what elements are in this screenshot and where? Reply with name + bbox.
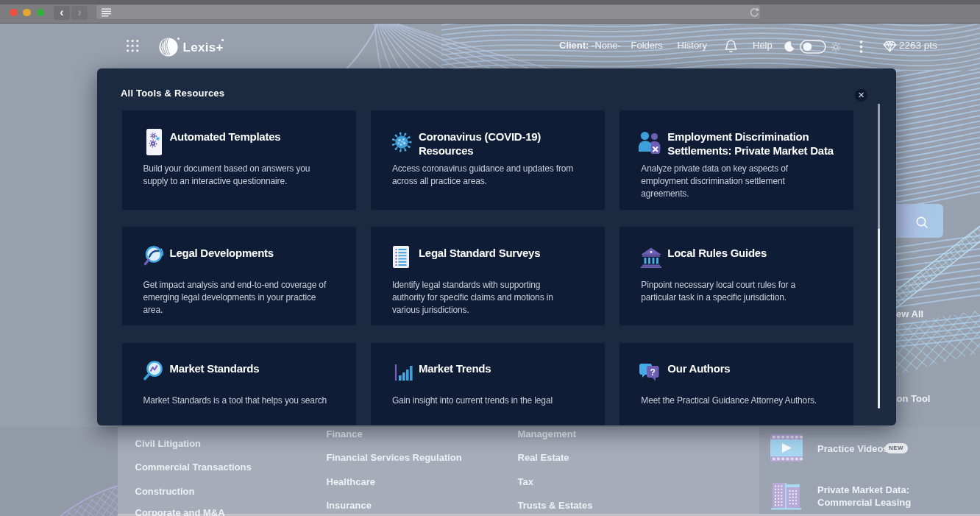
svg-text:?: ?	[650, 367, 656, 377]
